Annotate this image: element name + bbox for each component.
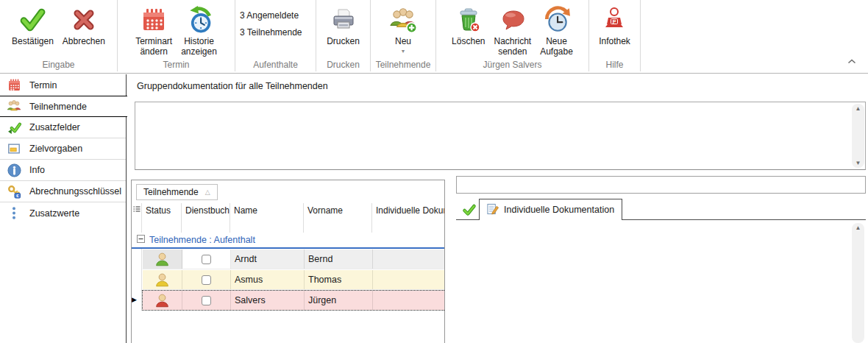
- dienstbuch-cell: [182, 270, 231, 289]
- historie-anzeigen-label: Historie anzeigen: [181, 37, 217, 57]
- status-cell: [143, 250, 182, 269]
- scroll-up-icon[interactable]: ▲: [855, 105, 861, 112]
- dienstbuch-checkbox[interactable]: [202, 275, 211, 285]
- individual-doc-textarea[interactable]: ▲: [456, 220, 866, 343]
- ribbon-group-label-teilnehmende: Teilnehmende: [371, 60, 435, 70]
- trash-icon: [455, 3, 482, 37]
- column-header-dienstbuch[interactable]: Dienstbuch: [182, 203, 230, 233]
- group-row[interactable]: Teilnehmende : Aufenthalt: [132, 233, 444, 249]
- vorname-cell: Jürgen: [305, 291, 373, 310]
- sidebar-item-zielvorgaben[interactable]: Zielvorgaben: [0, 138, 126, 160]
- individual-doc-scrollbar[interactable]: ▲: [852, 223, 864, 343]
- teilnehmende-table: Teilnehmende △ Status Dienstbuch Name Vo…: [131, 180, 445, 343]
- column-header-status[interactable]: Status: [142, 203, 182, 233]
- ribbon-group-teilnehmende: Neu ▼ Teilnehmende: [371, 0, 436, 71]
- table-row-focused[interactable]: ▶ Salvers Jürgen: [132, 290, 444, 311]
- ribbon-filler: [641, 0, 868, 71]
- people-group-icon: [7, 99, 21, 114]
- ribbon-group-juergen-salvers: Löschen Nachricht senden Neue Aufgabe Jü…: [436, 0, 589, 71]
- row-gutter: ▶: [132, 290, 142, 311]
- svg-text:P: P: [613, 19, 616, 24]
- table-row[interactable]: Arndt Bernd: [132, 249, 444, 269]
- doc-title-input[interactable]: [456, 176, 866, 194]
- ribbon-group-drucken: Drucken Drucken: [316, 0, 371, 71]
- nachricht-senden-label: Nachricht senden: [494, 37, 531, 57]
- bestaetigen-label: Bestätigen: [12, 37, 54, 47]
- person-status-green-icon: [154, 252, 170, 266]
- ribbon-group-eingabe: Bestätigen Abbrechen Eingabe: [0, 0, 118, 71]
- tab-label: Individuelle Dokumentation: [504, 205, 614, 215]
- sidebar-item-label: Teilnehmende: [29, 102, 87, 112]
- groupby-chip-label: Teilnehmende: [143, 187, 199, 197]
- check-green-small-icon[interactable]: [462, 203, 477, 219]
- group-doc-label: Gruppendokumentation für alle Teilnehmen…: [137, 81, 328, 91]
- scroll-up-icon[interactable]: ▲: [855, 224, 861, 231]
- sidebar-item-abrechnungsschluessel[interactable]: € Abrechnungsschlüssel: [0, 181, 126, 202]
- drucken-label: Drucken: [327, 37, 360, 47]
- ribbon-group-label-aufenthalte: Aufenthalte: [235, 60, 316, 70]
- terminart-aendern-label: Terminart ändern: [135, 37, 172, 57]
- name-cell: Asmus: [231, 270, 305, 289]
- sidebar-item-label: Termin: [29, 80, 57, 91]
- groupby-panel: Teilnehmende △: [132, 180, 444, 203]
- sidebar-item-info[interactable]: Info: [0, 160, 126, 181]
- vorname-cell: Bernd: [305, 250, 373, 269]
- table-header-row: Status Dienstbuch Name Vorname Individue…: [132, 203, 444, 233]
- info-icon: [7, 163, 21, 177]
- ribbon: Bestätigen Abbrechen Eingabe Terminart ä…: [0, 0, 868, 74]
- vorname-cell: Thomas: [305, 270, 373, 289]
- neu-label: Neu: [395, 37, 411, 47]
- person-status-yellow-icon: [154, 272, 170, 287]
- person-status-red-icon: [154, 293, 170, 308]
- printer-icon: [330, 3, 357, 37]
- dots-icon: [7, 206, 21, 221]
- sidebar-item-zusatzwerte[interactable]: Zusatzwerte: [0, 202, 126, 224]
- scroll-down-icon[interactable]: ▼: [855, 160, 861, 166]
- x-red-icon: [71, 3, 97, 37]
- check-arrow-icon: [7, 120, 21, 135]
- dienstbuch-checkbox[interactable]: [202, 255, 211, 264]
- collapse-ribbon-chevron-icon[interactable]: [847, 54, 856, 67]
- history-clock-icon: [185, 3, 213, 37]
- sidebar-item-label: Info: [29, 165, 45, 175]
- sidebar-item-zusatzfelder[interactable]: Zusatzfelder: [0, 117, 126, 138]
- header-gutter: [132, 203, 142, 233]
- doc-pencil-icon: [487, 203, 499, 217]
- ribbon-group-termin: Terminart ändern Historie anzeigen Termi…: [118, 0, 235, 71]
- sidebar-item-label: Abrechnungsschlüssel: [29, 186, 121, 197]
- status-cell: [143, 270, 182, 289]
- column-header-vorname[interactable]: Vorname: [304, 203, 372, 233]
- ribbon-group-label-termin: Termin: [118, 60, 235, 70]
- sidebar-item-termin[interactable]: Termin: [0, 74, 126, 96]
- doc-cell: [373, 270, 445, 289]
- sidebar: Termin Teilnehmende Zusatzfelder Zielvor…: [0, 74, 127, 343]
- ribbon-group-label-juergen-salvers: Jürgen Salvers: [436, 60, 588, 70]
- group-doc-textarea[interactable]: ▲ ▼: [135, 102, 866, 170]
- collapse-group-icon[interactable]: [137, 235, 145, 245]
- sidebar-item-label: Zusatzfelder: [29, 122, 80, 132]
- table-row[interactable]: Asmus Thomas: [132, 269, 444, 290]
- row-gutter: [132, 269, 142, 290]
- key-icon: €: [7, 184, 21, 199]
- sidebar-item-label: Zusatzwerte: [29, 208, 79, 219]
- name-cell: Salvers: [231, 291, 305, 310]
- dienstbuch-cell: [182, 250, 231, 269]
- ribbon-group-aufenthalte: 3 Angemeldete 3 Teilnehmende Aufenthalte: [235, 0, 316, 71]
- status-cell: [143, 291, 182, 310]
- groupby-column-chip[interactable]: Teilnehmende △: [136, 184, 218, 200]
- ribbon-group-label-eingabe: Eingabe: [0, 60, 117, 70]
- sort-asc-icon: △: [205, 188, 210, 196]
- neu-dropdown-arrow[interactable]: ▼: [401, 49, 406, 54]
- stat-teilnehmende: 3 Teilnehmende: [240, 24, 302, 41]
- abbrechen-label: Abbrechen: [63, 37, 105, 47]
- doc-cell: [373, 291, 445, 310]
- infothek-label: Infothek: [599, 37, 630, 47]
- column-header-individuelle-dokumentation[interactable]: Individuelle Dokumentation: [372, 203, 445, 233]
- column-header-name[interactable]: Name: [230, 203, 304, 233]
- tab-individuelle-dokumentation[interactable]: Individuelle Dokumentation: [479, 199, 622, 220]
- group-doc-scrollbar[interactable]: ▲ ▼: [852, 104, 864, 168]
- dienstbuch-checkbox[interactable]: [202, 296, 211, 305]
- sidebar-item-teilnehmende[interactable]: Teilnehmende: [0, 96, 127, 117]
- group-row-label: Teilnehmende : Aufenthalt: [149, 235, 255, 245]
- ribbon-group-label-hilfe: Hilfe: [589, 60, 640, 70]
